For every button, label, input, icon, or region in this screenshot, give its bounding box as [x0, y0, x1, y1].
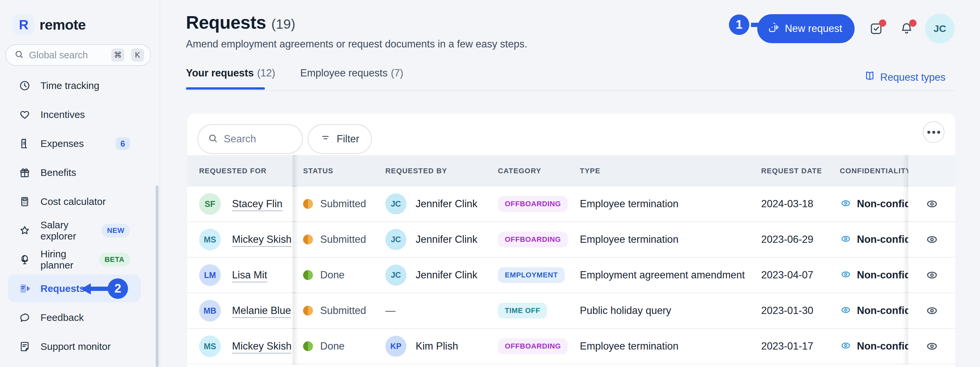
- confidentiality-label: Non-confidential: [857, 234, 908, 246]
- sidebar-item-label: Feedback: [40, 312, 84, 323]
- notifications-bell-button[interactable]: [898, 20, 915, 37]
- view-request-button[interactable]: [925, 268, 939, 282]
- annotation-arrow-2: [91, 287, 109, 291]
- sidebar-scrollbar[interactable]: [156, 185, 159, 367]
- request-type: Public holiday query: [569, 293, 751, 328]
- eye-icon: [840, 197, 852, 211]
- global-search[interactable]: ⌘ K: [5, 44, 151, 66]
- avatar: MS: [199, 229, 221, 251]
- empty-requested-by: —: [385, 305, 396, 317]
- page-header: Requests (19): [186, 12, 296, 33]
- eye-icon: [840, 268, 852, 282]
- annotation-step-1: 1: [729, 14, 749, 35]
- status-label: Done: [320, 269, 345, 281]
- sidebar-item-incentives[interactable]: Incentives: [0, 100, 160, 129]
- requested-for-link[interactable]: Mickey Skish: [232, 340, 291, 352]
- sidebar-item-requests[interactable]: Requests: [0, 274, 160, 303]
- annotation-step-2: 2: [108, 278, 128, 299]
- sidebar-item-label: Cost calculator: [40, 196, 106, 207]
- tabs: Your requests (12) Employee requests (7): [186, 67, 404, 79]
- view-request-button[interactable]: [925, 304, 939, 318]
- table-search[interactable]: [197, 124, 303, 154]
- global-search-input[interactable]: [29, 50, 105, 61]
- globe-icon: [19, 254, 30, 265]
- filter-label: Filter: [337, 133, 360, 145]
- avatar: MB: [199, 300, 221, 322]
- sidebar-item-feedback[interactable]: Feedback: [0, 303, 160, 332]
- table-row: MB Melanie Blue Submitted — TIME OFF Pub…: [187, 293, 955, 329]
- category-badge: OFFBOARDING: [498, 338, 568, 354]
- beta-badge: BETA: [99, 253, 130, 266]
- expenses-count-badge: 6: [116, 137, 130, 150]
- category-badge: EMPLOYMENT: [498, 267, 565, 283]
- brand-name: remote: [40, 17, 86, 33]
- sidebar-item-label: Support monitor: [40, 341, 111, 352]
- sidebar-item-support-monitor[interactable]: Support monitor: [0, 332, 160, 361]
- requested-for-link[interactable]: Stacey Flin: [232, 198, 282, 210]
- status-dot: [303, 341, 313, 351]
- sidebar-item-label: Salary explorer: [40, 219, 101, 242]
- request-type: Employment agreement amendment: [569, 258, 751, 292]
- view-request-button[interactable]: [925, 197, 939, 211]
- col-category: CATEGORY: [487, 155, 569, 187]
- sidebar-item-benefits[interactable]: Benefits: [0, 158, 160, 187]
- table-toolbar: Filter: [187, 114, 955, 155]
- eye-icon: [840, 340, 852, 353]
- sidebar-item-hiring-planner[interactable]: Hiring planner BETA: [0, 245, 160, 274]
- requested-by-name: Kim Plish: [416, 340, 458, 352]
- requested-by-name: Jennifer Clink: [416, 269, 477, 281]
- star-icon: [19, 225, 30, 236]
- col-request-date: REQUEST DATE: [751, 155, 829, 187]
- sidebar: R remote ⌘ K Time tracking: [0, 0, 160, 367]
- cmd-key-badge: ⌘: [111, 48, 124, 62]
- sidebar-item-cost-calculator[interactable]: Cost calculator: [0, 187, 160, 216]
- request-date: 2023-06-29: [751, 222, 829, 257]
- col-status: STATUS: [293, 155, 375, 187]
- request-date: 2023-01-30: [751, 293, 829, 328]
- eye-icon: [840, 304, 852, 317]
- requests-icon: [19, 282, 30, 295]
- requested-for-link[interactable]: Mickey Skish: [232, 234, 291, 246]
- requests-table-card: Filter REQUESTED FOR STATUS REQUESTED BY…: [187, 114, 955, 367]
- table-row: LM Lisa Mit Done JC Jennifer Clink EMPLO…: [187, 258, 955, 293]
- bell-notification-dot: [909, 19, 916, 27]
- request-type: Employee termination: [569, 222, 751, 257]
- status-label: Submitted: [320, 305, 366, 317]
- sidebar-item-time-tracking[interactable]: Time tracking: [0, 71, 160, 100]
- sidebar-item-expenses[interactable]: Expenses 6: [0, 129, 160, 158]
- confidentiality-label: Non-confidential: [857, 305, 908, 317]
- requested-for-link[interactable]: Lisa Mit: [232, 269, 267, 281]
- requested-by-name: Jennifer Clink: [416, 198, 477, 210]
- sidebar-item-salary-explorer[interactable]: Salary explorer NEW: [0, 216, 160, 245]
- status-dot: [303, 199, 313, 209]
- sidebar-nav: Time tracking Incentives: [0, 71, 160, 361]
- sidebar-item-label: Time tracking: [40, 80, 99, 91]
- annotation-arrowhead-2: [81, 283, 91, 295]
- clock-icon: [19, 80, 30, 92]
- sidebar-item-label: Expenses: [40, 138, 84, 149]
- tab-employee-requests[interactable]: Employee requests (7): [300, 67, 403, 79]
- tab-your-requests[interactable]: Your requests (12): [186, 67, 275, 79]
- requested-for-link[interactable]: Melanie Blue: [232, 305, 291, 317]
- view-request-button[interactable]: [925, 339, 939, 353]
- tasks-button[interactable]: [868, 20, 885, 37]
- more-options-button[interactable]: [923, 121, 945, 143]
- table-search-input[interactable]: [224, 133, 290, 145]
- status-dot: [303, 235, 313, 244]
- chat-bubble-icon: [19, 312, 30, 324]
- sidebar-item-label: Requests: [40, 283, 85, 294]
- view-request-button[interactable]: [925, 233, 939, 246]
- table-row: SF Stacey Flin Submitted JC Jennifer Cli…: [187, 187, 955, 222]
- table-header: REQUESTED FOR STATUS REQUESTED BY CATEGO…: [187, 155, 955, 187]
- calculator-icon: [19, 196, 30, 207]
- col-requested-for: REQUESTED FOR: [187, 155, 293, 187]
- user-avatar[interactable]: JC: [925, 14, 955, 43]
- sidebar-item-label: Hiring planner: [40, 248, 99, 271]
- avatar: SF: [199, 193, 221, 215]
- search-icon: [207, 133, 218, 145]
- status-dot: [303, 306, 313, 316]
- filter-button[interactable]: Filter: [308, 124, 372, 154]
- request-types-link[interactable]: Request types: [864, 70, 945, 85]
- page-title: Requests: [186, 12, 266, 33]
- brand-logo: R remote: [13, 14, 86, 35]
